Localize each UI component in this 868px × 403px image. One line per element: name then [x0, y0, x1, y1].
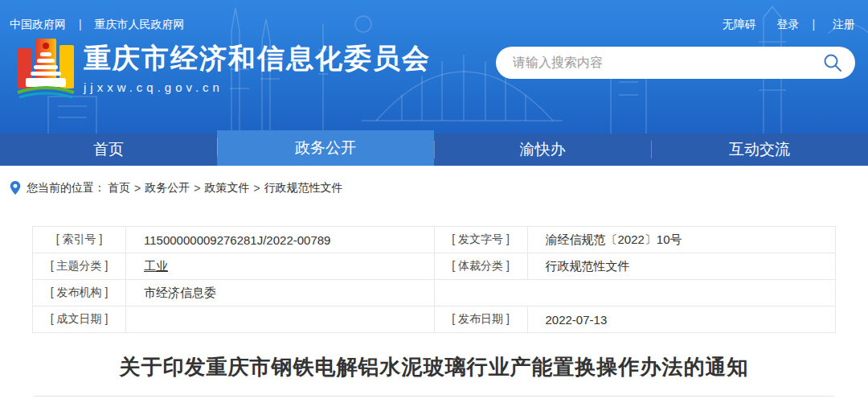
meta-value-doc-no: 渝经信规范〔2022〕10号	[527, 227, 836, 253]
nav-item-yukuaiban[interactable]: 渝快办	[434, 134, 651, 166]
meta-label-genre-category: [ 体裁分类 ]	[434, 253, 527, 280]
breadcrumb-item-home[interactable]: 首页	[108, 181, 130, 195]
brand-row: 重庆市经济和信息化委员会 jjxxw.cq.gov.cn	[0, 35, 868, 101]
meta-label-issuing-agency: [ 发布机构 ]	[33, 280, 126, 306]
location-pin-icon	[10, 180, 21, 195]
nav-item-gov-affairs[interactable]: 政务公开	[217, 130, 434, 166]
site-header: 中国政府网 | 重庆市人民政府网 无障碍 登录 | 注册	[0, 0, 868, 134]
accessibility-link[interactable]: 无障碍	[723, 18, 756, 31]
link-china-gov[interactable]: 中国政府网	[10, 18, 66, 31]
search-icon[interactable]	[823, 53, 842, 72]
main-nav: 首页 政务公开 渝快办 互动交流	[0, 134, 868, 166]
breadcrumb-item-normative-docs[interactable]: 行政规范性文件	[264, 181, 343, 195]
login-link[interactable]: 登录	[777, 18, 800, 31]
site-logo-icon	[16, 35, 76, 101]
meta-label-written-date: [ 成文日期 ]	[33, 306, 126, 333]
breadcrumb-separator: >	[194, 182, 200, 195]
table-row: [ 索引号 ] 11500000009276281J/2022-00789 [ …	[33, 227, 836, 253]
search-box	[496, 47, 855, 79]
table-row: [ 发布机构 ] 市经济信息委	[33, 280, 836, 306]
breadcrumb-item-gov-affairs[interactable]: 政务公开	[145, 181, 190, 195]
meta-label-topic-category: [ 主题分类 ]	[33, 253, 126, 280]
breadcrumb-separator: >	[134, 182, 141, 195]
title-divider	[34, 396, 834, 397]
breadcrumb-prefix: 您当前的位置：	[27, 181, 105, 195]
site-title: 重庆市经济和信息化委员会	[84, 43, 431, 74]
nav-item-interaction[interactable]: 互动交流	[651, 134, 868, 166]
meta-empty-cell	[434, 280, 836, 306]
breadcrumb: 您当前的位置： 首页 > 政务公开 > 政策文件 > 行政规范性文件	[0, 166, 868, 195]
meta-value-genre-category: 行政规范性文件	[527, 253, 836, 280]
page-title: 关于印发重庆市钢铁电解铝水泥玻璃行业产能置换操作办法的通知	[0, 352, 868, 381]
meta-label-publish-date: [ 发布日期 ]	[434, 306, 527, 333]
meta-value-written-date	[126, 306, 435, 333]
link-chongqing-gov[interactable]: 重庆市人民政府网	[94, 18, 184, 31]
table-row: [ 主题分类 ] 工业 [ 体裁分类 ] 行政规范性文件	[33, 253, 836, 280]
table-row: [ 成文日期 ] [ 发布日期 ] 2022-07-13	[33, 306, 836, 333]
meta-label-index-no: [ 索引号 ]	[33, 227, 126, 253]
meta-label-doc-no: [ 发文字号 ]	[434, 227, 527, 253]
topic-category-link[interactable]: 工业	[144, 259, 168, 273]
document-meta-table: [ 索引号 ] 11500000009276281J/2022-00789 [ …	[32, 226, 836, 333]
search-input[interactable]	[513, 56, 823, 70]
site-domain: jjxxw.cq.gov.cn	[84, 80, 431, 94]
account-links: 无障碍 登录 | 注册	[718, 18, 855, 32]
brand-text: 重庆市经济和信息化委员会 jjxxw.cq.gov.cn	[84, 43, 431, 93]
top-utility-bar: 中国政府网 | 重庆市人民政府网 无障碍 登录 | 注册	[0, 0, 868, 32]
breadcrumb-item-policy-docs[interactable]: 政策文件	[204, 181, 249, 195]
divider: |	[79, 18, 82, 31]
nav-item-home[interactable]: 首页	[0, 134, 217, 166]
government-links: 中国政府网 | 重庆市人民政府网	[10, 18, 184, 32]
meta-value-topic-category: 工业	[126, 253, 435, 280]
meta-value-publish-date: 2022-07-13	[527, 306, 836, 333]
meta-value-index-no: 11500000009276281J/2022-00789	[126, 227, 435, 253]
register-link[interactable]: 注册	[833, 18, 855, 31]
meta-value-issuing-agency: 市经济信息委	[126, 280, 435, 306]
breadcrumb-separator: >	[253, 182, 260, 195]
divider: |	[812, 18, 815, 31]
